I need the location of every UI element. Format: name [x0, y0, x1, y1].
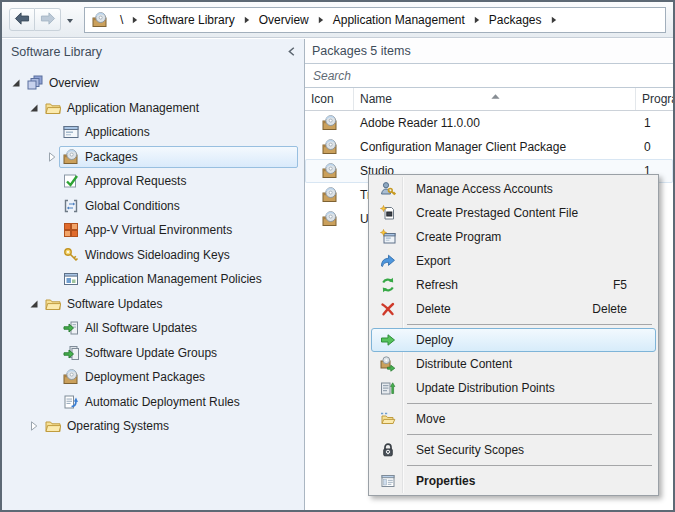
configmgr-console-window: \Software LibraryOverviewApplication Man… — [0, 0, 675, 512]
expander-spacer — [44, 321, 59, 336]
forward-button[interactable] — [35, 8, 61, 31]
tree-item-label: Software Updates — [67, 297, 162, 311]
sidebar-item-application-management[interactable]: Application Management — [2, 96, 304, 121]
sidebar-item-application-management-policies[interactable]: Application Management Policies — [2, 267, 304, 292]
folder-icon — [44, 418, 61, 435]
tree-item-label: Operating Systems — [67, 419, 169, 433]
menu-item-create-program[interactable]: Create Program — [371, 225, 656, 249]
sidebar-item-approval-requests[interactable]: Approval Requests — [2, 169, 304, 194]
history-dropdown-button[interactable] — [66, 13, 74, 27]
breadcrumb-separator-icon[interactable] — [126, 16, 144, 24]
menu-item-properties[interactable]: Properties — [371, 469, 656, 493]
package-programs-count: 0 — [636, 140, 673, 154]
package-icon — [92, 11, 110, 29]
breadcrumb-separator-icon[interactable] — [312, 16, 330, 24]
package-icon — [305, 163, 354, 179]
menu-item-label: Distribute Content — [416, 357, 512, 371]
column-header-icon[interactable]: Icon — [305, 88, 354, 110]
navigation-pane: Software Library OverviewApplication Man… — [2, 39, 305, 510]
menu-item-move[interactable]: Move — [371, 407, 656, 431]
software-updates-icon — [62, 320, 79, 337]
tree-expander-icon[interactable] — [26, 100, 41, 115]
menu-item-deploy[interactable]: Deploy — [371, 328, 656, 352]
tree-item-label: Automatic Deployment Rules — [85, 395, 240, 409]
table-row[interactable]: Configuration Manager Client Package0 — [305, 135, 673, 159]
expander-spacer — [44, 125, 59, 140]
distribute-content-icon — [380, 356, 396, 372]
menu-item-label: Create Program — [416, 230, 501, 244]
collapse-pane-button[interactable] — [288, 45, 295, 59]
tree-item-label: Application Management — [67, 101, 199, 115]
package-icon — [62, 148, 79, 165]
delete-icon — [380, 301, 396, 317]
breadcrumb-item[interactable]: Software Library — [144, 13, 237, 27]
tree-item-body: Application Management — [41, 97, 298, 119]
expander-spacer — [44, 223, 59, 238]
menu-item-label: Refresh — [416, 278, 458, 292]
sidebar-item-overview[interactable]: Overview — [2, 71, 304, 96]
sidebar-item-global-conditions[interactable]: Global Conditions — [2, 194, 304, 219]
menu-item-set-security-scopes[interactable]: Set Security Scopes — [371, 438, 656, 462]
breadcrumb-item[interactable]: Packages — [486, 13, 545, 27]
menu-item-manage-access-accounts[interactable]: Manage Access Accounts — [371, 177, 656, 201]
global-conditions-icon — [62, 197, 79, 214]
tree-expander-icon[interactable] — [8, 76, 23, 91]
breadcrumb-item[interactable]: \ — [117, 13, 126, 27]
properties-icon — [380, 473, 396, 489]
tree-expander-icon[interactable] — [26, 296, 41, 311]
table-row[interactable]: Adobe Reader 11.0.001 — [305, 111, 673, 135]
sidebar-item-deployment-packages[interactable]: Deployment Packages — [2, 365, 304, 390]
sidebar-item-applications[interactable]: Applications — [2, 120, 304, 145]
breadcrumb-separator-icon[interactable] — [238, 16, 256, 24]
tree-expander-icon[interactable] — [44, 149, 59, 164]
menu-separator — [407, 403, 652, 404]
sidebar-item-operating-systems[interactable]: Operating Systems — [2, 414, 304, 439]
breadcrumb-separator-icon[interactable] — [545, 16, 563, 24]
sidebar-item-software-update-groups[interactable]: Software Update Groups — [2, 341, 304, 366]
breadcrumb-separator-icon[interactable] — [468, 16, 486, 24]
key-icon — [62, 246, 79, 263]
folder-icon — [44, 99, 61, 116]
tree-expander-icon[interactable] — [26, 419, 41, 434]
sidebar-item-all-software-updates[interactable]: All Software Updates — [2, 316, 304, 341]
deploy-icon — [380, 332, 396, 348]
sort-ascending-icon — [491, 88, 500, 102]
navigation-tree: OverviewApplication ManagementApplicatio… — [2, 71, 304, 439]
create-program-icon — [380, 229, 396, 245]
back-button[interactable] — [9, 8, 35, 31]
package-icon — [305, 115, 354, 131]
applications-icon — [62, 124, 79, 141]
package-icon — [62, 369, 79, 386]
appv-icon — [62, 222, 79, 239]
chevron-down-icon — [66, 13, 74, 27]
menu-separator — [407, 434, 652, 435]
menu-item-update-distribution-points[interactable]: Update Distribution Points — [371, 376, 656, 400]
tree-item-label: All Software Updates — [85, 321, 197, 335]
menu-item-shortcut: Delete — [592, 302, 655, 316]
menu-item-delete[interactable]: DeleteDelete — [371, 297, 656, 321]
tree-item-label: Packages — [85, 150, 138, 164]
menu-item-create-prestaged-content-file[interactable]: Create Prestaged Content File — [371, 201, 656, 225]
package-name: Configuration Manager Client Package — [354, 140, 636, 154]
move-icon — [380, 411, 396, 427]
menu-item-label: Delete — [416, 302, 451, 316]
sidebar-item-app-v-virtual-environments[interactable]: App-V Virtual Environments — [2, 218, 304, 243]
menu-item-export[interactable]: Export — [371, 249, 656, 273]
menu-item-distribute-content[interactable]: Distribute Content — [371, 352, 656, 376]
sidebar-item-packages[interactable]: Packages — [2, 145, 304, 170]
expander-spacer — [44, 174, 59, 189]
sidebar-item-automatic-deployment-rules[interactable]: Automatic Deployment Rules — [2, 390, 304, 415]
tree-item-label: Approval Requests — [85, 174, 186, 188]
sidebar-item-software-updates[interactable]: Software Updates — [2, 292, 304, 317]
column-header-programs[interactable]: Programs — [636, 88, 673, 110]
search-input[interactable] — [305, 64, 673, 87]
breadcrumb-item[interactable]: Overview — [256, 13, 312, 27]
menu-item-refresh[interactable]: RefreshF5 — [371, 273, 656, 297]
tree-item-label: Software Update Groups — [85, 346, 217, 360]
manage-access-accounts-icon — [380, 181, 396, 197]
tree-item-body: Overview — [23, 72, 298, 94]
context-menu: Manage Access AccountsCreate Prestaged C… — [368, 174, 659, 496]
sidebar-item-windows-sideloading-keys[interactable]: Windows Sideloading Keys — [2, 243, 304, 268]
breadcrumb-item[interactable]: Application Management — [330, 13, 468, 27]
breadcrumb-items: \Software LibraryOverviewApplication Man… — [117, 13, 563, 27]
